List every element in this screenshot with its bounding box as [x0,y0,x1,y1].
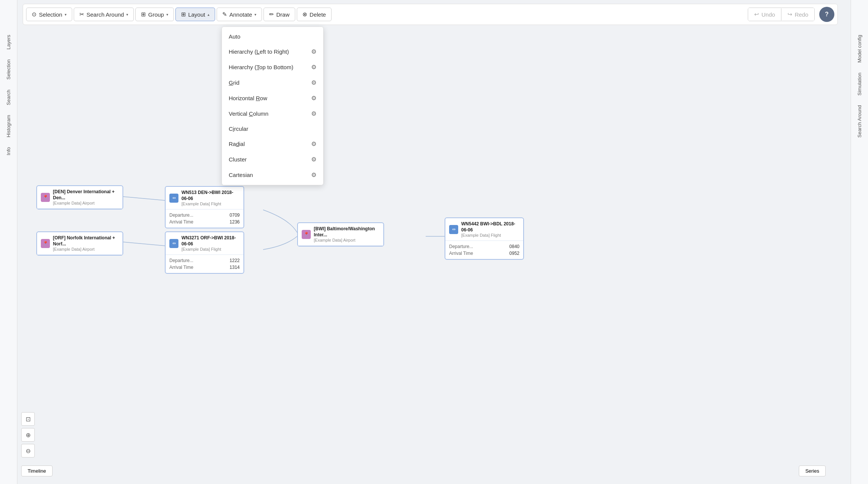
gear-icon-1[interactable]: ⚙ [311,48,316,55]
sidebar-tab-search[interactable]: Search [3,85,14,110]
sidebar-tab-search-around[interactable]: Search Around [854,101,865,142]
redo-icon: ↪ [787,11,792,18]
sidebar-tab-info[interactable]: Info [3,143,14,160]
wn3271-title: WN3271 ORF->BWI 2018-06-06 [181,235,240,247]
search-around-arrow-icon: ▾ [126,12,128,17]
node-wn513-flight[interactable]: ⇔ WN513 DEN->BWI 2018-06-06 [Example Dat… [165,186,244,228]
layout-label: Layout [188,11,205,18]
wn3271-subtitle: [Example Data] Flight [181,247,240,251]
zoom-out-button[interactable]: ⊖ [21,444,35,458]
wn3271-dep-label: Departure... [169,258,193,263]
bwi-airport-subtitle: [Example Data] Airport [314,238,380,242]
wn5442-arr-value: 0952 [509,251,519,256]
svg-line-1 [123,242,165,246]
wn513-arr-value: 1236 [229,219,240,225]
timeline-button[interactable]: Timeline [21,465,53,476]
sidebar-tab-model-config[interactable]: Model config [854,30,865,67]
selection-arrow-icon: ▾ [65,12,67,17]
node-den-airport[interactable]: 📍 [DEN] Denver International + Den... [E… [36,185,123,209]
group-arrow-icon: ▾ [166,12,168,17]
wn513-title: WN513 DEN->BWI 2018-06-06 [181,190,240,202]
layout-menu-item-label-5: Vertical Column [229,110,311,117]
wn5442-dep-label: Departure... [449,244,473,249]
gear-icon-3[interactable]: ⚙ [311,79,316,86]
layout-menu-item-2[interactable]: Hierarchy (Top to Bottom)⚙ [222,59,323,75]
layout-menu-item-7[interactable]: Radial⚙ [222,136,323,152]
search-around-button[interactable]: ✂ Search Around ▾ [74,8,134,21]
undo-redo-group: ↩ Undo ↪ Redo [748,8,815,21]
layout-menu-item-9[interactable]: Cartesian⚙ [222,167,323,183]
layout-menu-item-1[interactable]: Hierarchy (Left to Right)⚙ [222,44,323,59]
sidebar-tab-layers[interactable]: Layers [3,30,14,54]
canvas: 📍 [DEN] Denver International + Den... [E… [17,0,851,484]
delete-label: Delete [310,11,326,18]
undo-icon: ↩ [754,11,759,18]
gear-icon-8[interactable]: ⚙ [311,156,316,163]
draw-button[interactable]: ✏ Draw [264,8,295,21]
group-label: Group [148,11,164,18]
node-wn3271-flight[interactable]: ⇔ WN3271 ORF->BWI 2018-06-06 [Example Da… [165,231,244,274]
series-button[interactable]: Series [799,465,826,476]
sidebar-tab-selection[interactable]: Selection [3,55,14,84]
node-orf-airport[interactable]: 📍 [ORF] Norfolk International + Norf... … [36,231,123,256]
layout-menu-item-label-8: Cluster [229,156,311,163]
flight-icon-wn3271: ⇔ [169,239,178,248]
sidebar-tab-simulation[interactable]: Simulation [854,68,865,100]
group-icon: ⊞ [141,11,146,18]
delete-icon: ⊗ [302,11,307,18]
layout-menu-item-4[interactable]: Horizontal Row⚙ [222,90,323,106]
gear-icon-5[interactable]: ⚙ [311,110,316,117]
group-button[interactable]: ⊞ Group ▾ [135,8,174,21]
annotate-label: Annotate [229,11,252,18]
layout-menu-item-5[interactable]: Vertical Column⚙ [222,106,323,121]
gear-icon-4[interactable]: ⚙ [311,95,316,102]
selection-button[interactable]: ⊙ Selection ▾ [26,8,72,21]
selection-label: Selection [39,11,62,18]
wn3271-arr-label: Arrival Time [169,265,193,270]
node-bwi-airport[interactable]: 📍 [BWI] Baltimore/Washington Inter... [E… [297,222,384,247]
layout-menu-item-3[interactable]: Grid⚙ [222,75,323,90]
layout-icon: ⊞ [181,11,186,18]
layout-menu-item-0[interactable]: Auto [222,29,323,44]
node-wn5442-flight[interactable]: ⇔ WN5442 BWI->BDL 2018-06-06 [Example Da… [445,217,524,260]
wn513-subtitle: [Example Data] Flight [181,202,240,206]
draw-icon: ✏ [269,11,274,18]
zoom-in-button[interactable]: ⊕ [21,428,35,442]
gear-icon-2[interactable]: ⚙ [311,64,316,71]
help-button[interactable]: ? [819,7,834,22]
connections-svg [17,0,851,484]
search-around-icon: ✂ [79,11,84,18]
gear-icon-7[interactable]: ⚙ [311,140,316,147]
layout-menu-item-6[interactable]: Circular [222,121,323,136]
wn3271-dep-value: 1222 [229,258,240,263]
layout-menu-item-8[interactable]: Cluster⚙ [222,152,323,167]
bwi-airport-icon: 📍 [302,230,311,239]
delete-button[interactable]: ⊗ Delete [297,8,332,21]
den-airport-subtitle: [Example Data] Airport [53,201,119,205]
undo-label: Undo [761,11,775,18]
wn513-dep-label: Departure... [169,213,193,218]
annotate-arrow-icon: ▾ [254,12,256,17]
annotate-button[interactable]: ✎ Annotate ▾ [217,8,262,21]
orf-airport-icon: 📍 [41,239,50,248]
layout-menu-item-label-7: Radial [229,141,311,147]
toolbar: ⊙ Selection ▾ ✂ Search Around ▾ ⊞ Group … [23,4,838,25]
layout-menu-item-label-9: Cartesian [229,172,311,178]
zoom-fit-button[interactable]: ⊡ [21,412,35,426]
draw-label: Draw [276,11,290,18]
redo-button[interactable]: ↪ Redo [781,8,814,21]
wn3271-arr-value: 1314 [229,265,240,270]
den-airport-title: [DEN] Denver International + Den... [53,189,119,201]
layout-menu-item-label-4: Horizontal Row [229,95,311,101]
orf-airport-subtitle: [Example Data] Airport [53,247,119,251]
gear-icon-9[interactable]: ⚙ [311,171,316,178]
layout-menu-item-label-2: Hierarchy (Top to Bottom) [229,64,311,70]
svg-line-0 [123,197,165,200]
sidebar-tab-histogram[interactable]: Histogram [3,110,14,142]
wn513-dep-value: 0709 [229,213,240,218]
orf-airport-title: [ORF] Norfolk International + Norf... [53,235,119,247]
wn5442-dep-value: 0840 [509,244,519,249]
layout-button[interactable]: ⊞ Layout ▴ [175,8,215,21]
wn5442-arr-label: Arrival Time [449,251,473,256]
undo-button[interactable]: ↩ Undo [748,8,781,21]
